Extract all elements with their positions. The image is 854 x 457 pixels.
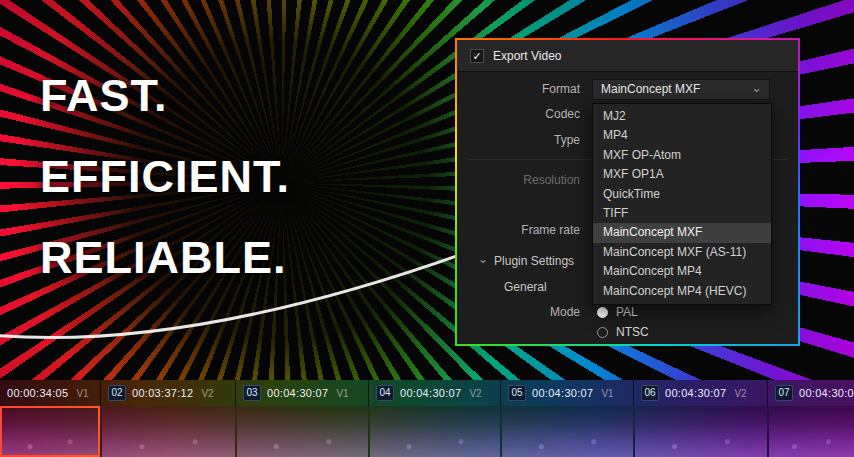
clip-timecode: 00:00:34:05 [7,387,68,399]
dropdown-item[interactable]: MXF OP-Atom [593,146,771,165]
clip-thumbnail[interactable] [368,406,500,457]
mode-option[interactable]: PAL [597,304,649,320]
dropdown-item[interactable]: MJ2 [593,107,771,126]
hero-line-2: EFFICIENT. [40,136,290,217]
dropdown-item[interactable]: MainConcept MXF (AS-11) [593,243,771,262]
clip-track-label: V1 [76,388,88,399]
clip-thumbnail[interactable] [235,406,368,457]
mode-option[interactable]: NTSC [597,324,649,340]
clip-track-label: V1 [601,388,613,399]
clip-thumbnail[interactable] [767,406,854,457]
clip-track-label: V1 [336,388,348,399]
check-icon: ✓ [472,50,481,62]
frame-rate-label: Frame rate [470,220,580,240]
clip-timecode: 00:04:30:07 [267,387,328,399]
clip-thumbnail[interactable] [500,406,633,457]
clip-header[interactable]: 00:00:34:05V1 [0,380,100,406]
timeline-thumbnail-row [0,406,854,457]
export-dialog-border: ✓ Export Video Format MainConcept MXF ⌄ … [455,38,800,346]
format-dropdown-menu: MJ2MP4MXF OP-AtomMXF OP1AQuickTimeTIFFMa… [592,103,772,305]
clip-track-label: V2 [201,388,213,399]
page: FAST. EFFICIENT. RELIABLE. ✓ Export Vide… [0,0,854,457]
clip-timecode: 00:04:30:07 [665,387,726,399]
clip-number-badge: 05 [508,385,526,401]
dropdown-item[interactable]: MainConcept MP4 (HEVC) [593,282,771,301]
clip-header[interactable]: 0600:04:30:07V2 [633,380,767,406]
dropdown-item[interactable]: TIFF [593,204,771,223]
clip-number-badge: 04 [376,385,394,401]
clip-header[interactable]: 0200:03:37:12V2 [100,380,235,406]
radio-unselected-icon[interactable] [597,327,608,338]
dropdown-item[interactable]: MXF OP1A [593,165,771,184]
clip-header[interactable]: 0300:04:30:07V1 [235,380,368,406]
export-dialog: ✓ Export Video Format MainConcept MXF ⌄ … [457,40,798,344]
type-label: Type [470,130,580,150]
dropdown-item[interactable]: QuickTime [593,185,771,204]
clip-header[interactable]: 0700:04:30:07 [767,380,854,406]
export-video-checkbox[interactable]: ✓ [470,49,484,63]
clip-track-label: V2 [469,388,481,399]
clip-number-badge: 03 [243,385,261,401]
format-select[interactable]: MainConcept MXF ⌄ [592,79,770,100]
clip-thumbnail[interactable] [100,406,235,457]
chevron-down-icon: ⌄ [478,252,488,266]
clip-number-badge: 07 [775,385,793,401]
format-select-value: MainConcept MXF [601,82,700,96]
clip-thumbnail[interactable] [633,406,767,457]
clip-number-badge: 02 [108,385,126,401]
clip-timecode: 00:04:30:07 [799,387,854,399]
radio-selected-icon[interactable] [597,307,608,318]
format-label: Format [470,79,580,99]
clip-header[interactable]: 0400:04:30:07V2 [368,380,500,406]
chevron-down-icon: ⌄ [751,78,762,97]
clip-header[interactable]: 0500:04:30:07V1 [500,380,633,406]
clip-thumbnail[interactable] [0,406,100,457]
clip-track-label: V2 [734,388,746,399]
mode-option-label: NTSC [616,325,649,339]
mode-options: PALNTSC [597,304,649,340]
clip-number-badge: 06 [641,385,659,401]
dialog-title: Export Video [493,49,562,63]
dropdown-item[interactable]: MainConcept MP4 [593,262,771,281]
hero-line-3: RELIABLE. [40,217,290,298]
mode-option-label: PAL [616,305,638,319]
timeline-header-row: 00:00:34:05V10200:03:37:12V20300:04:30:0… [0,380,854,406]
general-row: General [504,280,547,294]
codec-label: Codec [470,104,580,124]
timeline: 00:00:34:05V10200:03:37:12V20300:04:30:0… [0,380,854,457]
dropdown-item[interactable]: MP4 [593,126,771,145]
resolution-label: Resolution [470,170,580,190]
general-label: General [504,280,547,294]
plugin-settings-label: Plugin Settings [494,254,574,268]
hero-line-1: FAST. [40,55,290,136]
clip-timecode: 00:04:30:07 [400,387,461,399]
mode-label: Mode [470,302,580,322]
dropdown-item[interactable]: MainConcept MXF [593,223,771,242]
hero-text: FAST. EFFICIENT. RELIABLE. [40,55,290,298]
clip-timecode: 00:04:30:07 [532,387,593,399]
export-dialog-header: ✓ Export Video [457,40,798,72]
clip-timecode: 00:03:37:12 [132,387,193,399]
plugin-settings-row[interactable]: ⌄ Plugin Settings [478,254,574,268]
